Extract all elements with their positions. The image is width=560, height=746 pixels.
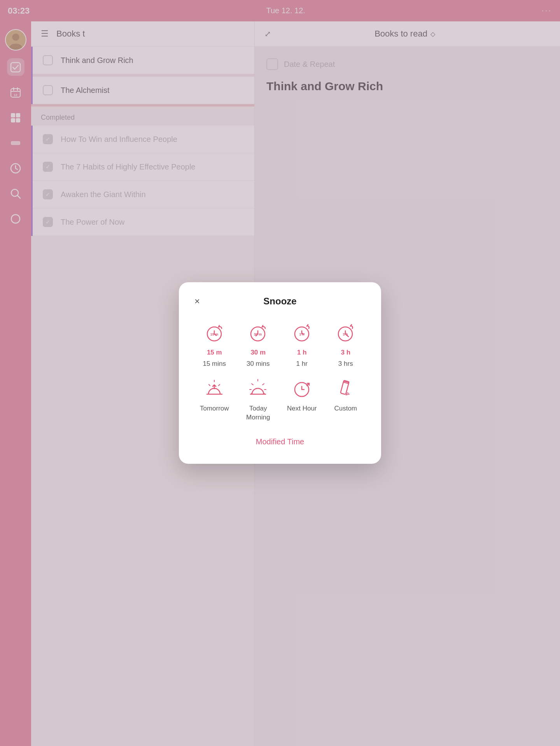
clock-1h-icon: 1 h: [289, 320, 315, 346]
snooze-label-1h: 1 hr: [296, 360, 308, 368]
clock-next-icon: [289, 376, 315, 401]
snooze-modal: × Snooze 15 m 15 m 15 mins: [179, 282, 381, 463]
svg-text:30 m: 30 m: [254, 332, 262, 336]
svg-line-32: [262, 384, 264, 385]
svg-line-29: [209, 384, 210, 386]
sun-morning-icon: [245, 376, 271, 401]
snooze-label-15m: 15 mins: [203, 360, 226, 368]
snooze-option-1h[interactable]: 1 h 1 h 1 hr: [282, 320, 322, 368]
svg-text:3 h: 3 h: [343, 332, 348, 336]
snooze-label-30m: 30 mins: [247, 360, 270, 368]
modified-time-button[interactable]: Modified Time: [194, 433, 366, 450]
snooze-label-custom: Custom: [334, 404, 357, 413]
modal-title: Snooze: [263, 296, 296, 307]
svg-line-33: [252, 384, 253, 385]
modified-time-label: Modified Time: [256, 437, 304, 446]
snooze-option-tomorrow[interactable]: Tomorrow: [194, 376, 234, 421]
snooze-option-15m[interactable]: 15 m 15 m 15 mins: [194, 320, 234, 368]
snooze-sublabel-1h: 1 h: [297, 349, 307, 356]
clock-15m-icon: 15 m: [202, 320, 227, 346]
svg-text:15 m: 15 m: [210, 332, 218, 336]
snooze-sublabel-30m: 30 m: [250, 349, 266, 356]
svg-line-28: [219, 384, 220, 386]
clock-30m-icon: 30 m: [245, 320, 271, 346]
snooze-option-3h[interactable]: 3 h 3 h 3 hrs: [326, 320, 366, 368]
snooze-option-30m[interactable]: 30 m 30 m 30 mins: [238, 320, 278, 368]
snooze-option-custom[interactable]: Custom: [326, 376, 366, 421]
modal-overlay[interactable]: × Snooze 15 m 15 m 15 mins: [0, 0, 560, 746]
snooze-label-today-morning: Today Morning: [238, 404, 278, 421]
snooze-label-next-hour: Next Hour: [287, 404, 317, 413]
snooze-option-today-morning[interactable]: Today Morning: [238, 376, 278, 421]
snooze-label-3h: 3 hrs: [338, 360, 353, 368]
pencil-custom-icon: [333, 376, 358, 401]
snooze-option-next-hour[interactable]: Next Hour: [282, 376, 322, 421]
svg-text:1 h: 1 h: [299, 332, 304, 336]
modal-header: × Snooze: [194, 296, 366, 307]
modal-close-button[interactable]: ×: [194, 296, 200, 307]
snooze-sublabel-3h: 3 h: [341, 349, 350, 356]
snooze-label-tomorrow: Tomorrow: [200, 404, 229, 413]
sunrise-tomorrow-icon: [202, 376, 227, 401]
snooze-options-grid: 15 m 15 m 15 mins 30 m 30 m: [194, 320, 366, 421]
clock-3h-icon: 3 h: [333, 320, 358, 346]
snooze-sublabel-15m: 15 m: [207, 349, 222, 356]
